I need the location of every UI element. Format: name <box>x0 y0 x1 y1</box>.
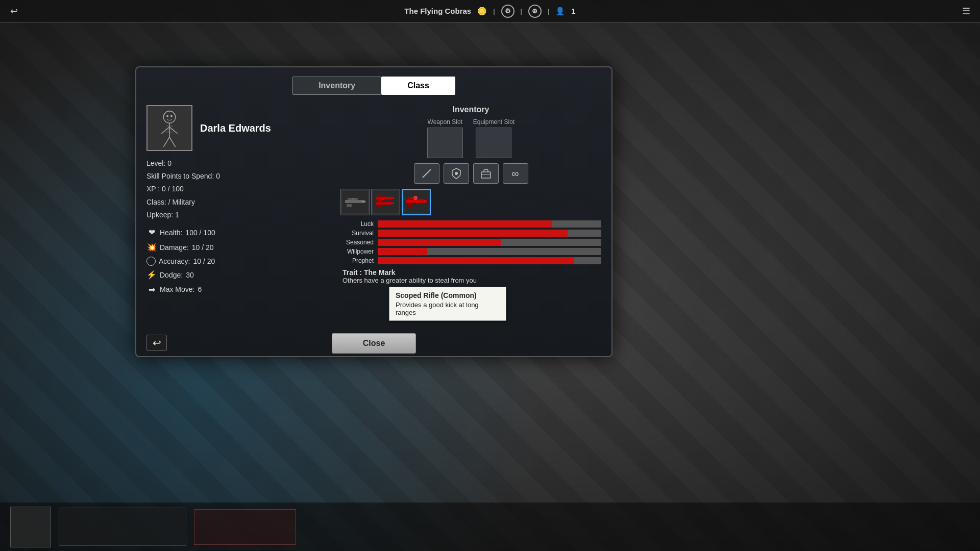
attr-label-prophet: Prophet <box>340 257 374 264</box>
top-bar: ↩ The Flying Cobras 🪙 | ⚙ | ⊕ | 👤 1 ☰ <box>0 0 980 22</box>
weapon-slot-label: Weapon Slot <box>428 118 463 126</box>
attr-bar-bg-seasoned <box>378 239 601 246</box>
damage-value: 10 / 20 <box>192 241 214 254</box>
equipment-slot-box[interactable] <box>476 128 511 158</box>
svg-rect-34 <box>423 200 427 203</box>
tooltip-description: Provides a good kick at long ranges <box>396 301 500 316</box>
health-label: Health: <box>160 227 182 239</box>
menu-icon[interactable]: ☰ <box>959 4 974 19</box>
maxmove-row: ➡ Max Move: 6 <box>146 283 330 297</box>
game-bottom-bar <box>0 503 980 551</box>
attr-section: LuckSurvivalSeasonedWillpowerProphet <box>340 220 601 264</box>
attr-row-seasoned: Seasoned <box>340 239 601 246</box>
attr-bar-bg-luck <box>378 220 601 228</box>
bottom-thumb-1 <box>10 507 51 547</box>
avatar-svg <box>148 106 191 151</box>
dodge-row: ⚡ Dodge: 30 <box>146 268 330 283</box>
settings-icon[interactable]: ⚙ <box>501 5 514 18</box>
svg-rect-24 <box>377 195 385 197</box>
diagonal-icon <box>421 167 433 180</box>
crosshair-icon[interactable]: ⊕ <box>528 5 542 18</box>
svg-rect-17 <box>345 200 363 203</box>
trait-title: Trait : The Mark <box>342 268 601 277</box>
accuracy-value: 10 / 20 <box>193 255 215 268</box>
toolbar-row: ∞ <box>340 163 601 184</box>
tool-infinity-btn[interactable]: ∞ <box>503 163 528 184</box>
dodge-value: 30 <box>186 269 194 282</box>
health-row: ❤ Health: 100 / 100 <box>146 226 330 240</box>
double-rifle-icon <box>373 191 399 213</box>
attr-bar-fill-luck <box>378 220 552 228</box>
inventory-section-title: Inventory <box>340 105 601 114</box>
svg-point-7 <box>166 115 168 117</box>
attr-bar-bg-prophet <box>378 257 601 264</box>
gold-icon: 🪙 <box>477 7 487 16</box>
class-row: Class: / Military <box>146 196 330 209</box>
inv-cell-1[interactable] <box>340 189 370 215</box>
shield-icon <box>450 167 462 180</box>
tab-inventory[interactable]: Inventory <box>292 77 381 95</box>
level-label: Level: 0 <box>146 157 172 170</box>
weapon-slot-group: Weapon Slot <box>427 118 463 158</box>
tool-shield-btn[interactable] <box>444 163 469 184</box>
attr-bar-fill-survival <box>378 230 568 237</box>
svg-rect-20 <box>347 204 352 207</box>
tool-briefcase-btn[interactable] <box>473 163 499 184</box>
inv-grid <box>340 189 601 215</box>
character-dialog: Inventory Class <box>135 66 612 357</box>
svg-rect-30 <box>377 205 381 207</box>
svg-rect-28 <box>377 201 385 203</box>
back-icon[interactable]: ↩ <box>6 4 21 19</box>
skillpoints-row: Skill Points to Spend: 0 <box>146 170 330 183</box>
tab-class[interactable]: Class <box>381 77 455 95</box>
trait-description: Others have a greater ability to steal f… <box>342 277 601 284</box>
xp-row: XP : 0 / 100 <box>146 183 330 195</box>
stats-list: Level: 0 Skill Points to Spend: 0 XP : 0… <box>146 157 330 297</box>
attr-bar-bg-willpower <box>378 248 601 255</box>
svg-point-8 <box>170 115 173 117</box>
attr-row-prophet: Prophet <box>340 257 601 264</box>
upkeep-row: Upkeep: 1 <box>146 209 330 221</box>
attr-row-survival: Survival <box>340 230 601 237</box>
back-button[interactable]: ↩ <box>146 335 167 351</box>
maxmove-value: 6 <box>198 283 202 296</box>
dodge-label: Dodge: <box>160 269 183 282</box>
tooltip-box: Scoped Rifle (Common) Provides a good ki… <box>389 287 506 321</box>
accuracy-row: Accuracy: 10 / 20 <box>146 255 330 268</box>
svg-point-13 <box>455 172 458 175</box>
rifle-dark-icon <box>342 191 368 213</box>
weapon-slot-box[interactable] <box>427 128 463 158</box>
scoped-rifle-icon <box>404 191 429 213</box>
svg-rect-14 <box>481 172 491 178</box>
damage-row: 💥 Damage: 10 / 20 <box>146 240 330 255</box>
attr-bar-fill-willpower <box>378 248 427 255</box>
attr-label-survival: Survival <box>340 230 374 237</box>
sep2: | <box>521 8 522 15</box>
inv-cell-3[interactable] <box>402 189 431 215</box>
briefcase-icon <box>480 167 492 180</box>
dodge-icon: ⚡ <box>146 268 157 283</box>
left-panel: Darla Edwards Level: 0 Skill Points to S… <box>146 105 330 343</box>
close-button[interactable]: Close <box>332 333 416 354</box>
equipment-slot-label: Equipment Slot <box>473 118 514 126</box>
svg-rect-19 <box>362 201 365 203</box>
xp-label: XP : 0 / 100 <box>146 183 184 195</box>
attr-row-willpower: Willpower <box>340 248 601 255</box>
attr-label-seasoned: Seasoned <box>340 239 374 246</box>
attr-bar-fill-seasoned <box>378 239 501 246</box>
dialog-content: Darla Edwards Level: 0 Skill Points to S… <box>136 100 611 348</box>
character-name: Darla Edwards <box>200 122 271 134</box>
inv-cell-2[interactable] <box>371 189 400 215</box>
tooltip-title: Scoped Rifle (Common) <box>396 291 500 299</box>
tab-bar: Inventory Class <box>136 67 611 100</box>
bottom-bar: ↩ Close <box>136 331 611 356</box>
slots-row: Weapon Slot Equipment Slot <box>340 118 601 158</box>
tool-diagonal-btn[interactable] <box>414 163 439 184</box>
svg-rect-29 <box>390 203 394 204</box>
level-row: Level: 0 <box>146 157 330 170</box>
person-icon: 👤 <box>555 7 565 16</box>
attr-label-luck: Luck <box>340 220 374 228</box>
upkeep-label: Upkeep: 1 <box>146 209 179 221</box>
svg-rect-25 <box>390 197 394 199</box>
svg-rect-35 <box>407 204 412 207</box>
